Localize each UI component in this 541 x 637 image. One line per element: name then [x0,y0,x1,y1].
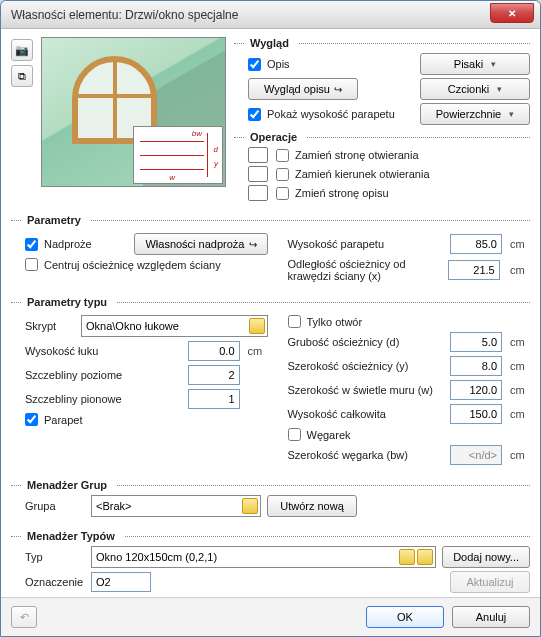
typ-label: Typ [25,551,85,563]
grub-d-input[interactable] [450,332,502,352]
wys-calk-input[interactable] [450,404,502,424]
szer-w-input[interactable] [450,380,502,400]
centruj-label: Centruj ościeżnicę względem ściany [44,259,221,271]
tylko-otwor-checkbox[interactable] [288,315,301,328]
preview-3d: bw d y w [41,37,226,187]
typ-tool-2-icon[interactable] [417,549,433,565]
aktualizuj-button: Aktualizuj [450,571,530,593]
skrypt-browse-icon[interactable] [249,318,265,334]
oznaczenie-label: Oznaczenie [25,576,85,588]
title-bar: Własności elementu: Drzwi/okno specjalne… [1,1,540,29]
cancel-button[interactable]: Anuluj [452,606,530,628]
wlasnosci-nadproza-button[interactable]: Własności nadproża↪ [134,233,267,255]
op-desc-side-icon [248,185,268,201]
typow-group-title: Menadżer Typów [11,530,530,542]
szcz-pion-input[interactable] [188,389,240,409]
op-desc-side-checkbox[interactable] [276,187,289,200]
typ-field[interactable]: Okno 120x150cm (0,2,1) [91,546,436,568]
wys-luku-label: Wysokość łuku [25,345,180,357]
pokaz-wysokosc-label: Pokaż wysokość parapetu [267,108,395,120]
szer-weg-label: Szerokość węgarka (bw) [288,449,443,461]
szcz-poz-input[interactable] [188,365,240,385]
odl-osc-label: Odległość ościeżnicy od krawędzi ściany … [288,258,438,282]
op-desc-side-label: Zmień stronę opisu [295,187,389,199]
wegarek-label: Węgarek [307,429,351,441]
nadproze-label: Nadproże [44,238,92,250]
parametry-group-title: Parametry [11,214,530,226]
close-button[interactable]: ✕ [490,3,534,23]
opis-checkbox[interactable] [248,58,261,71]
centruj-checkbox[interactable] [25,258,38,271]
appearance-group-title: Wygląd [234,37,530,49]
wys-parapetu-input[interactable] [450,234,502,254]
grub-d-label: Grubość ościeżnicy (d) [288,336,443,348]
op-swap-side-label: Zamień stronę otwierania [295,149,419,161]
parametry-typu-group-title: Parametry typu [11,296,530,308]
undo-button[interactable]: ↶ [11,606,37,628]
typ-tool-1-icon[interactable] [399,549,415,565]
parapet-checkbox[interactable] [25,413,38,426]
utworz-nowa-button[interactable]: Utwórz nową [267,495,357,517]
grup-group-title: Menadżer Grup [11,479,530,491]
window-title: Własności elementu: Drzwi/okno specjalne [11,8,238,22]
parapet-label: Parapet [44,414,83,426]
op-swap-side-checkbox[interactable] [276,149,289,162]
skrypt-field[interactable]: Okna\Okno łukowe [81,315,268,337]
ok-button[interactable]: OK [366,606,444,628]
powierzchnie-button[interactable]: Powierzchnie [420,103,530,125]
wyglad-opisu-button[interactable]: Wygląd opisu↪ [248,78,358,100]
szer-y-label: Szerokość ościeżnicy (y) [288,360,443,372]
szcz-pion-label: Szczebliny pionowe [25,393,180,405]
szer-w-label: Szerokość w świetle muru (w) [288,384,443,396]
dodaj-nowy-button[interactable]: Dodaj nowy... [442,546,530,568]
wys-parapetu-label: Wysokość parapetu [288,238,443,250]
szer-weg-input [450,445,502,465]
pisaki-button[interactable]: Pisaki [420,53,530,75]
opis-label: Opis [267,58,290,70]
op-swap-dir-checkbox[interactable] [276,168,289,181]
czcionki-button[interactable]: Czcionki [420,78,530,100]
dimension-diagram: bw d y w [133,126,223,184]
wegarek-checkbox[interactable] [288,428,301,441]
tylko-otwor-label: Tylko otwór [307,316,363,328]
grupa-label: Grupa [25,500,85,512]
skrypt-label: Skrypt [25,320,75,332]
nadproze-checkbox[interactable] [25,238,38,251]
op-swap-side-icon [248,147,268,163]
operacje-group-title: Operacje [234,131,530,143]
camera-icon[interactable]: 📷 [11,39,33,61]
szer-y-input[interactable] [450,356,502,376]
wys-luku-input[interactable] [188,341,240,361]
pokaz-wysokosc-checkbox[interactable] [248,108,261,121]
wys-calk-label: Wysokość całkowita [288,408,443,420]
op-swap-dir-label: Zamień kierunek otwierania [295,168,430,180]
oznaczenie-input[interactable] [91,572,151,592]
copy-icon[interactable]: ⧉ [11,65,33,87]
grupa-field[interactable]: <Brak> [91,495,261,517]
szcz-poz-label: Szczebliny poziome [25,369,180,381]
op-swap-dir-icon [248,166,268,182]
odl-osc-input[interactable] [448,260,500,280]
grupa-dropdown-icon[interactable] [242,498,258,514]
